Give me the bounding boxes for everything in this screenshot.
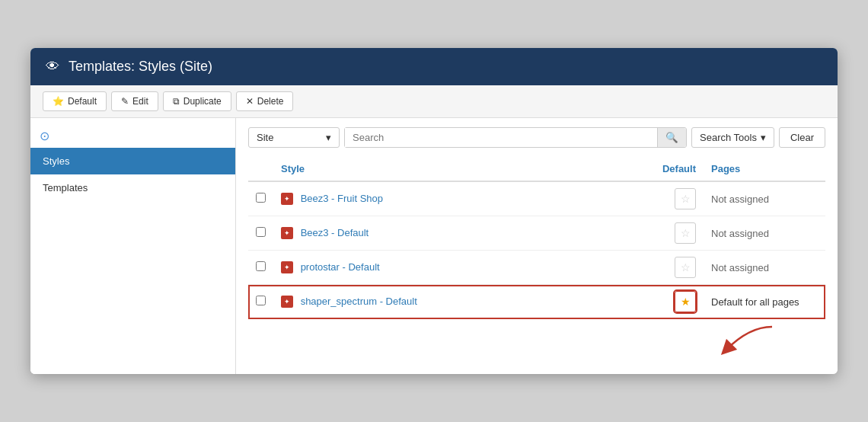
search-input[interactable] (345, 128, 657, 147)
default-star-button[interactable]: ★ (675, 291, 696, 312)
default-col-header: Default (643, 157, 704, 181)
default-star-cell: ☆ (643, 251, 704, 285)
clear-button[interactable]: Clear (779, 127, 825, 148)
row-checkbox-cell (248, 251, 273, 285)
delete-button[interactable]: ✕ Delete (236, 91, 294, 111)
table-row: ✦ protostar - Default ☆ Not assigned (248, 251, 825, 285)
style-name-link[interactable]: Beez3 - Fruit Shop (301, 193, 383, 204)
default-star-button[interactable]: ☆ (675, 222, 696, 244)
style-name-link[interactable]: Beez3 - Default (301, 227, 369, 238)
edit-icon: ✎ (121, 96, 129, 107)
x-icon: ✕ (246, 96, 254, 107)
annotation-arrow (719, 319, 780, 357)
search-input-wrap: 🔍 (344, 127, 687, 148)
default-star-cell: ☆ (643, 216, 704, 251)
default-star-button[interactable]: ☆ (675, 257, 696, 278)
style-icon: ✦ (281, 296, 293, 308)
styles-table: Style Default Pages ✦ Beez3 - Fruit (248, 157, 825, 319)
default-button[interactable]: ⭐ Default (43, 91, 107, 111)
row-checkbox-cell (248, 181, 273, 216)
row-checkbox[interactable] (256, 296, 266, 305)
row-checkbox-cell (248, 216, 273, 251)
duplicate-button[interactable]: ⧉ Duplicate (163, 91, 231, 111)
row-checkbox[interactable] (256, 193, 266, 203)
row-checkbox[interactable] (256, 261, 266, 271)
table-header-row: Style Default Pages (248, 157, 825, 181)
default-star-button[interactable]: ☆ (675, 188, 696, 209)
default-star-cell: ☆ (643, 181, 704, 216)
chevron-down-icon: ▾ (326, 132, 331, 143)
style-name-cell: ✦ protostar - Default (273, 251, 643, 285)
pages-col-header: Pages (704, 157, 825, 181)
table-row: ✦ Beez3 - Default ☆ Not assigned (248, 216, 825, 251)
style-icon: ✦ (281, 227, 293, 239)
search-icon: 🔍 (665, 132, 678, 143)
back-icon: ⊙ (40, 129, 49, 142)
select-all-col (248, 157, 273, 181)
style-name-link[interactable]: protostar - Default (301, 261, 380, 273)
style-col-header: Style (273, 157, 643, 181)
search-tools-button[interactable]: Search Tools ▾ (691, 127, 774, 148)
style-icon: ✦ (281, 193, 293, 205)
sidebar-item-templates[interactable]: Templates (30, 174, 235, 201)
pages-cell: Not assigned (704, 251, 825, 285)
page-header: 👁 Templates: Styles (Site) (30, 48, 838, 85)
table-row: ✦ Beez3 - Fruit Shop ☆ Not assigned (248, 181, 825, 216)
eye-icon: 👁 (46, 59, 59, 75)
site-select[interactable]: Site ▾ (248, 127, 340, 148)
style-name-link[interactable]: shaper_spectrum - Default (301, 296, 417, 307)
search-submit-button[interactable]: 🔍 (657, 128, 686, 147)
duplicate-icon: ⧉ (173, 96, 180, 107)
edit-button[interactable]: ✎ Edit (111, 91, 158, 111)
style-name-cell: ✦ shaper_spectrum - Default (273, 285, 643, 319)
sidebar-item-styles[interactable]: Styles (30, 148, 235, 174)
row-checkbox-cell (248, 285, 273, 319)
page-title: Templates: Styles (Site) (69, 59, 212, 75)
main-content: ⊙ Styles Templates Site ▾ 🔍 (30, 118, 838, 374)
search-bar: Site ▾ 🔍 Search Tools ▾ Clear (248, 127, 825, 148)
row-checkbox[interactable] (256, 227, 266, 237)
sidebar-back-button[interactable]: ⊙ (30, 124, 235, 148)
toolbar: ⭐ Default ✎ Edit ⧉ Duplicate ✕ Delete (30, 85, 838, 118)
style-name-cell: ✦ Beez3 - Default (273, 216, 643, 251)
pages-cell: Default for all pages (704, 285, 825, 319)
sidebar: ⊙ Styles Templates (30, 118, 236, 374)
content-area: Site ▾ 🔍 Search Tools ▾ Clear (236, 118, 838, 374)
chevron-down-icon: ▾ (761, 132, 766, 143)
pages-cell: Not assigned (704, 216, 825, 251)
style-name-cell: ✦ Beez3 - Fruit Shop (273, 181, 643, 216)
star-icon: ⭐ (53, 96, 64, 107)
arrow-annotation (248, 319, 825, 365)
style-icon: ✦ (281, 261, 293, 273)
default-star-cell: ★ (643, 285, 704, 319)
main-window: 👁 Templates: Styles (Site) ⭐ Default ✎ E… (30, 48, 838, 374)
table-row: ✦ shaper_spectrum - Default ★ Default fo… (248, 285, 825, 319)
pages-cell: Not assigned (704, 181, 825, 216)
